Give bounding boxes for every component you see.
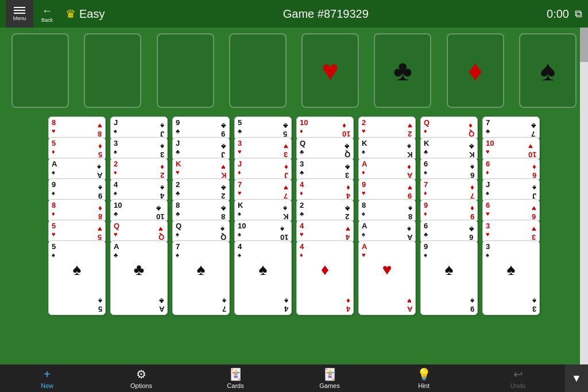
playing-card[interactable]: 7♠ ♠ 7♠	[172, 240, 230, 315]
playing-card[interactable]: 3♠ ♠ 3♠	[482, 240, 540, 315]
playing-card[interactable]: 3♥ 3♥	[482, 220, 540, 243]
tableau-column-3[interactable]: 9♣ 9♣ J♣ J♣ K♥ K♥ 2♣	[172, 117, 230, 321]
playing-card[interactable]: J♦ J♦	[234, 158, 292, 181]
playing-card[interactable]: Q♥ Q♥	[110, 220, 168, 243]
playing-card[interactable]: 8♠ 8♠	[358, 199, 416, 223]
card-rank-top: A♥	[362, 243, 412, 259]
foundation-hearts[interactable]: ♥	[301, 33, 359, 108]
playing-card[interactable]: 4♥ 4♥	[296, 220, 354, 243]
back-button[interactable]: ← Back	[33, 0, 61, 28]
card-rank-bottom: 8♥	[98, 121, 102, 138]
playing-card[interactable]: 7♥ 7♥	[234, 178, 292, 202]
tableau-column-6[interactable]: 2♥ 2♥ K♠ K♠ A♦ A♦ 9♥	[358, 117, 416, 321]
playing-card[interactable]: 6♥ 6♥	[482, 199, 540, 223]
playing-card[interactable]: K♣ K♣	[420, 137, 478, 161]
tableau-column-8[interactable]: 7♣ 7♣ 10♥ 10♥ 6♦ 6♦ J♠	[482, 117, 540, 321]
playing-card[interactable]: 8♦ 8♦	[48, 199, 106, 223]
playing-card[interactable]: 2♥ 2♥	[358, 117, 416, 140]
playing-card[interactable]: 9♠ ♠ 9♠	[420, 240, 478, 315]
playing-card[interactable]: 2♦ 2♦	[110, 158, 168, 181]
playing-card[interactable]: A♣ ♣ A♣	[110, 240, 168, 315]
card-rank-top: 7♠	[176, 243, 226, 259]
playing-card[interactable]: K♠ K♠	[234, 199, 292, 223]
tableau-column-4[interactable]: 5♣ 5♣ 3♥ 3♥ J♦ J♦ 7♥	[234, 117, 292, 321]
undo-button[interactable]: ↩ Undo	[471, 364, 565, 392]
playing-card[interactable]: 3♣ 3♣	[296, 158, 354, 181]
playing-card[interactable]: 10♣ 10♣	[110, 199, 168, 223]
playing-card[interactable]: J♣ J♣	[172, 137, 230, 161]
tableau-column-7[interactable]: Q♦ Q♦ K♣ K♣ 6♠ 6♠ 7♦	[420, 117, 478, 321]
playing-card[interactable]: 2♣ 2♣	[296, 199, 354, 223]
playing-card[interactable]: 9♥ 9♥	[358, 178, 416, 202]
playing-card[interactable]: 5♥ 5♥	[48, 220, 106, 243]
playing-card[interactable]: 9♦ 9♦	[420, 199, 478, 223]
card-center-suit: ♥	[362, 261, 412, 279]
playing-card[interactable]: Q♠ Q♠	[172, 220, 230, 243]
playing-card[interactable]: 10♠ 10♠	[234, 220, 292, 243]
playing-card[interactable]: A♥ ♥ A♥	[358, 240, 416, 315]
playing-card[interactable]: 6♦ 6♦	[482, 158, 540, 181]
playing-card[interactable]: Q♣ Q♣	[296, 137, 354, 161]
playing-card[interactable]: 5♠ ♠ 5♠	[48, 240, 106, 315]
tableau: 8♥ 8♥ 5♦ 5♦ A♠ A♠ 9♠	[0, 117, 588, 321]
freecell-1[interactable]	[11, 33, 69, 108]
freecell-2[interactable]	[84, 33, 141, 108]
playing-card[interactable]: 4♠ ♠ 4♠	[234, 240, 292, 315]
scrollbar[interactable]	[580, 28, 588, 364]
card-rank-bottom: K♠	[407, 142, 412, 158]
playing-card[interactable]: 4♦ 4♦	[296, 178, 354, 202]
playing-card[interactable]: 9♠ 9♠	[48, 178, 106, 202]
games-button[interactable]: 🃏 Games	[283, 364, 377, 392]
playing-card[interactable]: 7♣ 7♣	[482, 117, 540, 140]
card-rank-top: 5♠	[52, 243, 102, 259]
foundation-spades[interactable]: ♠	[519, 33, 577, 108]
playing-card[interactable]: 8♣ 8♣	[172, 199, 230, 223]
playing-card[interactable]: 4♦ ♦ 4♦	[296, 240, 354, 315]
new-button[interactable]: + New	[0, 364, 94, 392]
playing-card[interactable]: 10♥ 10♥	[482, 137, 540, 161]
scroll-down-button[interactable]: ▼	[565, 364, 588, 392]
resize-button[interactable]: ⧉	[575, 8, 582, 20]
playing-card[interactable]: 8♥ 8♥	[48, 117, 106, 140]
foundation-clubs[interactable]: ♣	[374, 33, 431, 108]
hint-label: Hint	[418, 382, 430, 389]
scrollbar-thumb[interactable]	[580, 28, 588, 62]
playing-card[interactable]: 5♣ 5♣	[234, 117, 292, 140]
card-rank-top: 9♥	[362, 181, 412, 197]
tableau-column-5[interactable]: 10♦ 10♦ Q♣ Q♣ 3♣ 3♣ 4♦	[296, 117, 354, 321]
playing-card[interactable]: 9♣ 9♣	[172, 117, 230, 140]
playing-card[interactable]: 3♠ 3♠	[110, 137, 168, 161]
cards-button[interactable]: 🃏 Cards	[188, 364, 283, 392]
menu-button[interactable]: Menu	[6, 0, 33, 28]
playing-card[interactable]: K♥ K♥	[172, 158, 230, 181]
card-rank-bottom: 6♦	[532, 162, 536, 179]
playing-card[interactable]: 6♣ 6♣	[420, 220, 478, 243]
playing-card[interactable]: K♠ K♠	[358, 137, 416, 161]
options-button[interactable]: ⚙ Options	[94, 364, 188, 392]
tableau-column-2[interactable]: J♠ J♠ 3♠ 3♠ 2♦ 2♦ 4♠	[110, 117, 168, 321]
hint-button[interactable]: 💡 Hint	[377, 364, 471, 392]
playing-card[interactable]: 4♠ 4♠	[110, 178, 168, 202]
playing-card[interactable]: J♠ J♠	[110, 117, 168, 140]
playing-card[interactable]: 10♦ 10♦	[296, 117, 354, 140]
playing-card[interactable]: A♦ A♦	[358, 158, 416, 181]
tableau-column-1[interactable]: 8♥ 8♥ 5♦ 5♦ A♠ A♠ 9♠	[48, 117, 106, 321]
freecell-4[interactable]	[229, 33, 287, 108]
playing-card[interactable]: 7♦ 7♦	[420, 178, 478, 202]
card-rank-top: A♠	[52, 160, 102, 177]
playing-card[interactable]: Q♦ Q♦	[420, 117, 478, 140]
playing-card[interactable]: A♠ A♠	[48, 158, 106, 181]
playing-card[interactable]: A♠ A♠	[358, 220, 416, 243]
card-center-suit: ♠	[238, 261, 288, 279]
card-center-suit: ♦	[300, 261, 350, 279]
playing-card[interactable]: 6♠ 6♠	[420, 158, 478, 181]
playing-card[interactable]: 5♦ 5♦	[48, 137, 106, 161]
playing-card[interactable]: 2♣ 2♣	[172, 178, 230, 202]
freecell-3[interactable]	[157, 33, 214, 108]
card-rank-top: 5♣	[238, 119, 288, 135]
playing-card[interactable]: 3♥ 3♥	[234, 137, 292, 161]
playing-card[interactable]: J♠ J♠	[482, 178, 540, 202]
card-rank-top: A♣	[114, 243, 164, 259]
card-rank-top: 7♣	[486, 119, 536, 135]
foundation-diamonds[interactable]: ♦	[447, 33, 504, 108]
